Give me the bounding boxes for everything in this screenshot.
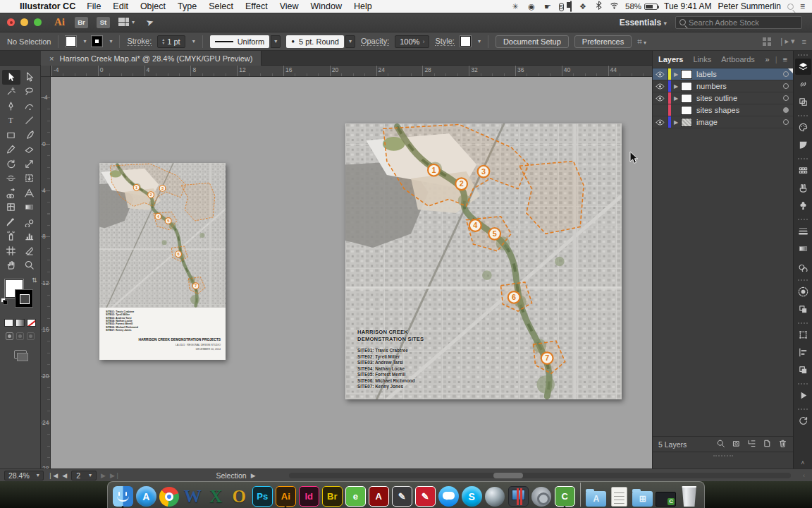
selection-tool[interactable] bbox=[2, 70, 20, 85]
layer-row-sites-shapes[interactable]: sites shapes bbox=[653, 104, 793, 116]
locate-object-icon[interactable] bbox=[716, 439, 725, 449]
draw-inside-mode-icon[interactable] bbox=[27, 332, 35, 340]
document-tab[interactable]: × Harrison Creek Map.ai* @ 28.4% (CMYK/G… bbox=[41, 51, 262, 66]
notification-center-icon[interactable]: ≡ bbox=[800, 1, 805, 11]
mesh-tool[interactable] bbox=[2, 200, 20, 215]
visibility-eye-icon[interactable] bbox=[653, 104, 668, 116]
onepassword-icon[interactable]: 5 bbox=[559, 1, 564, 11]
wacom-hand-icon[interactable]: ☛ bbox=[543, 1, 553, 11]
dock-app-store-icon[interactable]: A bbox=[135, 483, 157, 507]
layer-name[interactable]: sites outline bbox=[696, 94, 779, 102]
site-marker[interactable]: 7 bbox=[192, 283, 199, 289]
parallels-icon[interactable] bbox=[570, 1, 572, 11]
lasso-tool[interactable] bbox=[20, 85, 39, 99]
actions-panel-icon[interactable] bbox=[795, 387, 811, 404]
zoom-level-field[interactable]: 28.4%▾ bbox=[4, 471, 44, 480]
swatches-panel-icon[interactable] bbox=[795, 162, 811, 179]
layer-name[interactable]: image bbox=[696, 118, 779, 126]
dock-outlook-icon[interactable]: O bbox=[228, 483, 250, 507]
blend-tool[interactable] bbox=[20, 214, 39, 229]
menu-effect[interactable]: Effect bbox=[245, 1, 268, 11]
pencil-tool[interactable] bbox=[2, 143, 20, 157]
artboard-tool[interactable] bbox=[2, 243, 20, 258]
draw-normal-mode-icon[interactable] bbox=[6, 332, 13, 340]
magic-wand-tool[interactable] bbox=[2, 85, 20, 99]
variable-width-select[interactable]: Uniform bbox=[210, 35, 270, 48]
fill-swatch[interactable] bbox=[66, 36, 76, 47]
strip-expand-icon[interactable]: ˄ bbox=[801, 459, 804, 468]
stroke-color-well[interactable] bbox=[15, 289, 33, 308]
menu-type[interactable]: Type bbox=[178, 1, 197, 11]
screen-mode-icon[interactable] bbox=[14, 350, 27, 359]
pinwheel-icon[interactable]: ✳ bbox=[510, 1, 520, 11]
gradient-tool[interactable] bbox=[20, 200, 39, 215]
zoom-tool[interactable] bbox=[20, 258, 39, 273]
tab-layers[interactable]: Layers bbox=[658, 55, 683, 64]
dropbox-icon[interactable]: ❖ bbox=[578, 1, 588, 11]
scrollbar-thumb[interactable] bbox=[493, 473, 523, 478]
arrange-windows-icon[interactable]: ❘▸ ▾ bbox=[778, 37, 794, 46]
canvas[interactable]: 1234567 SITE01: Travis CrabtreeSITE02: T… bbox=[51, 77, 652, 481]
sync-panel-icon[interactable] bbox=[795, 413, 811, 429]
dock-sketchup-icon[interactable]: ✎ bbox=[414, 483, 436, 507]
type-tool[interactable]: T bbox=[2, 114, 20, 128]
rotate-tool[interactable] bbox=[2, 157, 20, 171]
site-marker[interactable]: 1 bbox=[428, 164, 440, 176]
hand-tool[interactable] bbox=[2, 258, 20, 273]
dock-messages-icon[interactable] bbox=[438, 483, 460, 507]
menu-bar-clock[interactable]: Tue 9:41 AM bbox=[664, 1, 712, 11]
next-artboard-icon[interactable]: ▶ bbox=[101, 472, 106, 479]
stroke-panel-icon[interactable] bbox=[795, 223, 811, 239]
previous-artboard-icon[interactable]: ◀ bbox=[62, 472, 67, 479]
stroke-weight-field[interactable]: ▴▾1 pt bbox=[157, 35, 185, 48]
horizontal-scrollbar[interactable] bbox=[289, 473, 791, 478]
slice-tool[interactable] bbox=[20, 243, 39, 258]
menu-bar-user[interactable]: Peter Summerlin bbox=[718, 1, 781, 11]
layer-target-icon[interactable] bbox=[779, 71, 793, 77]
dock-system-preferences-icon[interactable] bbox=[531, 483, 553, 507]
menu-edit[interactable]: Edit bbox=[113, 1, 128, 11]
layer-target-icon[interactable] bbox=[779, 107, 793, 113]
layer-row-numbers[interactable]: ▶numbers bbox=[653, 80, 793, 92]
dock-indesign-icon[interactable]: Id bbox=[298, 483, 320, 507]
site-marker[interactable]: 4 bbox=[155, 213, 161, 219]
color-panel-icon[interactable] bbox=[795, 119, 811, 135]
expand-arrow-icon[interactable]: ▶ bbox=[671, 71, 681, 78]
artboards-panel-icon[interactable] bbox=[795, 94, 811, 110]
status-display[interactable]: Selection bbox=[216, 471, 246, 480]
color-button[interactable] bbox=[4, 319, 13, 327]
adobe-stock-button[interactable]: St bbox=[97, 17, 110, 28]
dock-excel-icon[interactable]: X bbox=[205, 483, 227, 507]
site-marker[interactable]: 3 bbox=[159, 186, 166, 192]
eyedropper-tool[interactable] bbox=[2, 214, 20, 229]
menu-window[interactable]: Window bbox=[311, 1, 342, 11]
site-marker[interactable]: 5 bbox=[165, 218, 171, 224]
creative-cloud-icon[interactable]: ◉ bbox=[527, 1, 536, 11]
workspace-switcher[interactable]: Essentials ▾ bbox=[620, 18, 667, 28]
site-marker[interactable]: 2 bbox=[148, 192, 154, 198]
variable-width-chevron-icon[interactable]: ▾ bbox=[271, 35, 281, 48]
transparency-panel-icon[interactable] bbox=[795, 258, 811, 274]
symbol-sprayer-tool[interactable] bbox=[2, 229, 20, 244]
site-marker[interactable]: 7 bbox=[541, 352, 553, 364]
draw-behind-mode-icon[interactable] bbox=[16, 332, 24, 340]
layer-name[interactable]: labels bbox=[696, 70, 779, 78]
dock-trash-icon[interactable] bbox=[678, 483, 700, 507]
site-marker[interactable]: 6 bbox=[508, 291, 520, 303]
paintbrush-tool[interactable] bbox=[20, 128, 39, 143]
dock-chrome-icon[interactable] bbox=[159, 483, 180, 507]
preferences-button[interactable]: Preferences bbox=[574, 35, 632, 48]
eraser-tool[interactable] bbox=[20, 143, 39, 157]
share-icon[interactable]: ➤ bbox=[144, 16, 155, 29]
dock-photoshop-icon[interactable]: Ps bbox=[252, 483, 273, 507]
menu-help[interactable]: Help bbox=[354, 1, 372, 11]
expand-arrow-icon[interactable]: ▶ bbox=[671, 83, 681, 90]
opacity-field[interactable]: 100%› bbox=[395, 35, 429, 48]
battery-indicator[interactable]: 58% bbox=[625, 2, 658, 11]
site-marker[interactable]: 3 bbox=[478, 166, 490, 178]
layers-panel-icon[interactable] bbox=[795, 59, 811, 75]
menu-view[interactable]: View bbox=[280, 1, 299, 11]
layer-target-icon[interactable] bbox=[779, 83, 793, 89]
dock-documents-stack-icon[interactable] bbox=[608, 483, 630, 507]
style-label[interactable]: Style: bbox=[435, 37, 455, 46]
